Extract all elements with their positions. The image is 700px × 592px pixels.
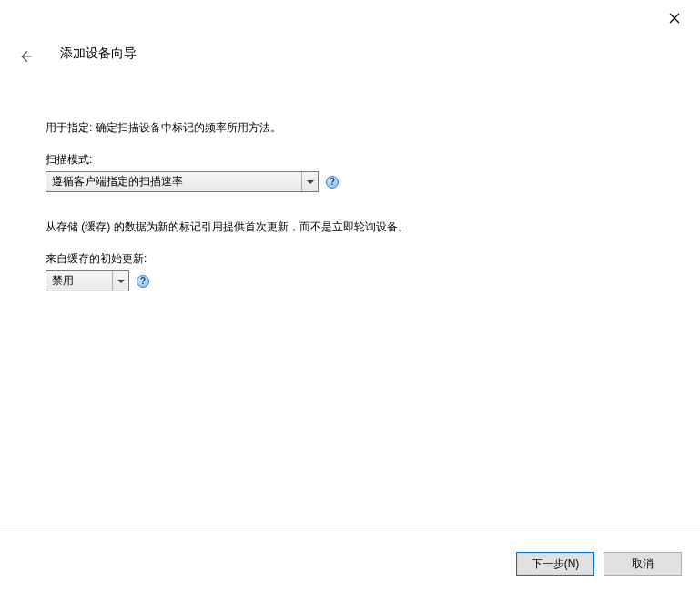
chevron-down-icon <box>112 271 128 291</box>
back-arrow-icon <box>17 48 34 65</box>
close-icon <box>669 13 680 24</box>
close-button[interactable] <box>665 9 684 27</box>
scan-mode-select[interactable]: 遵循客户端指定的扫描速率 <box>46 171 319 192</box>
back-button[interactable] <box>15 46 36 67</box>
cache-update-label: 来自缓存的初始更新: <box>46 251 654 267</box>
scan-mode-description: 用于指定: 确定扫描设备中标记的频率所用方法。 <box>46 120 654 136</box>
cancel-button[interactable]: 取消 <box>604 552 682 576</box>
next-button[interactable]: 下一步(N) <box>516 552 594 576</box>
wizard-content: 用于指定: 确定扫描设备中标记的频率所用方法。 扫描模式: 遵循客户端指定的扫描… <box>46 120 654 319</box>
cache-update-select[interactable]: 禁用 <box>46 270 129 291</box>
footer-buttons: 下一步(N) 取消 <box>516 552 696 576</box>
chevron-down-icon <box>301 172 318 191</box>
scan-mode-help-icon[interactable]: ? <box>326 176 339 189</box>
scan-mode-label: 扫描模式: <box>46 152 654 168</box>
footer-separator <box>0 526 700 526</box>
cache-update-description: 从存储 (缓存) 的数据为新的标记引用提供首次更新，而不是立即轮询设备。 <box>46 219 654 235</box>
svg-marker-4 <box>117 280 125 283</box>
svg-marker-3 <box>307 180 314 184</box>
cache-update-select-value: 禁用 <box>46 273 112 289</box>
wizard-title: 添加设备向导 <box>60 46 137 62</box>
scan-mode-select-value: 遵循客户端指定的扫描速率 <box>46 174 301 189</box>
cache-update-help-icon[interactable]: ? <box>137 275 149 288</box>
